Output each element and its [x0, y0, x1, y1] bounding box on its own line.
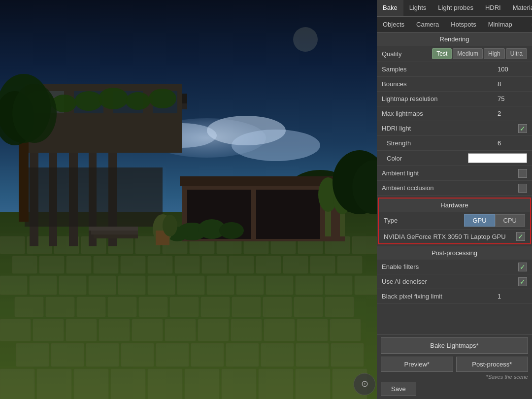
ambient-occlusion-checkbox[interactable] — [518, 184, 527, 193]
ambient-occlusion-row: Ambient occlusion — [377, 181, 532, 196]
enable-filters-checkbox[interactable]: ✓ — [518, 263, 527, 271]
tab-lights[interactable]: Lights — [403, 0, 432, 16]
svg-point-116 — [12, 84, 57, 143]
enable-filters-row: Enable filters ✓ — [377, 260, 532, 274]
saves-note: *Saves the scene — [381, 374, 528, 380]
quality-label: Quality — [382, 50, 432, 58]
strength-row: Strength 6 — [377, 136, 532, 151]
bottom-row-buttons: Preview* Post-process* — [381, 357, 528, 372]
ai-denoiser-label: Use AI denoiser — [382, 278, 518, 285]
hdri-light-row: HDRI light ✓ — [377, 121, 532, 136]
post-processing-header: Post-processing — [377, 246, 532, 260]
svg-point-109 — [75, 91, 102, 111]
samples-label: Samples — [382, 66, 498, 73]
black-pixel-value: 1 — [498, 293, 527, 300]
strength-label: Strength — [387, 139, 498, 147]
max-lightmaps-row: Max lightmaps 2 — [377, 106, 532, 121]
color-swatch[interactable] — [468, 153, 527, 163]
ambient-light-row: Ambient light — [377, 166, 532, 181]
type-buttons: GPU CPU — [464, 214, 525, 227]
svg-point-111 — [126, 92, 150, 110]
preview-button[interactable]: Preview* — [381, 357, 453, 372]
quality-row: Quality Test Medium High Ultra — [377, 46, 532, 62]
gpu-checkbox[interactable]: ✓ — [516, 232, 525, 241]
gpu-name: NVIDIA GeForce RTX 3050 Ti Laptop GPU — [384, 233, 516, 240]
gpu-row: NVIDIA GeForce RTX 3050 Ti Laptop GPU ✓ — [379, 230, 530, 243]
color-label: Color — [387, 155, 468, 162]
bake-lightmaps-button[interactable]: Bake Lightmaps* — [381, 337, 528, 354]
type-label: Type — [384, 217, 464, 224]
tab-light-probes[interactable]: Light probes — [432, 0, 479, 16]
enable-filters-label: Enable filters — [382, 263, 518, 270]
svg-point-112 — [149, 89, 176, 108]
tab-camera[interactable]: Camera — [410, 17, 445, 32]
tab-bake[interactable]: Bake — [377, 0, 403, 16]
tab-objects[interactable]: Objects — [377, 17, 410, 32]
bounces-value: 8 — [498, 80, 527, 88]
quality-ultra-btn[interactable]: Ultra — [506, 48, 527, 59]
ambient-occlusion-label: Ambient occlusion — [382, 184, 518, 192]
samples-row: Samples 100 — [377, 62, 532, 77]
strength-value: 6 — [498, 139, 527, 147]
lightmap-resolution-label: Lightmap resolution — [382, 95, 498, 102]
type-cpu-btn[interactable]: CPU — [495, 214, 525, 227]
panel-content: Rendering Quality Test Medium High Ultra… — [377, 33, 532, 334]
ambient-light-checkbox[interactable] — [518, 169, 527, 178]
ai-denoiser-checkbox[interactable]: ✓ — [518, 277, 527, 286]
hardware-header: Hardware — [379, 199, 530, 212]
lightmap-resolution-row: Lightmap resolution 75 — [377, 92, 532, 106]
bounces-label: Bounces — [382, 80, 498, 88]
bottom-section: Bake Lightmaps* Preview* Post-process* *… — [377, 334, 532, 399]
black-pixel-row: Black pixel fixing limit 1 — [377, 289, 532, 304]
post-process-button[interactable]: Post-process* — [456, 357, 529, 372]
type-row: Type GPU CPU — [379, 212, 530, 230]
quality-test-btn[interactable]: Test — [432, 48, 452, 59]
right-panel: Bake Lights Light probes HDRI Materials … — [377, 0, 532, 399]
rendering-header: Rendering — [377, 33, 532, 46]
svg-rect-105 — [25, 167, 163, 227]
bounces-row: Bounces 8 — [377, 77, 532, 92]
tab-hdri[interactable]: HDRI — [479, 0, 507, 16]
tab-hotspots[interactable]: Hotspots — [445, 17, 482, 32]
samples-value: 100 — [498, 66, 527, 73]
quality-medium-btn[interactable]: Medium — [453, 48, 483, 59]
max-lightmaps-value: 2 — [498, 110, 527, 117]
hdri-light-label: HDRI light — [382, 125, 518, 132]
svg-rect-134 — [94, 234, 138, 238]
svg-text:⊙: ⊙ — [361, 379, 368, 389]
svg-point-123 — [219, 222, 244, 239]
svg-rect-119 — [256, 190, 320, 239]
svg-rect-132 — [89, 227, 138, 231]
tabs-row2: Objects Camera Hotspots Minimap — [377, 17, 532, 33]
black-pixel-label: Black pixel fixing limit — [382, 293, 498, 300]
tabs-row1: Bake Lights Light probes HDRI Materials — [377, 0, 532, 17]
save-button[interactable]: Save — [381, 382, 416, 396]
tab-materials[interactable]: Materials — [507, 0, 532, 16]
color-row: Color — [377, 151, 532, 166]
max-lightmaps-label: Max lightmaps — [382, 110, 498, 117]
svg-point-137 — [293, 27, 318, 52]
hardware-section: Hardware Type GPU CPU NVIDIA GeForce RTX… — [378, 198, 531, 244]
lightmap-resolution-value: 75 — [498, 95, 527, 102]
svg-point-110 — [99, 88, 128, 109]
ai-denoiser-row: Use AI denoiser ✓ — [377, 274, 532, 289]
quality-high-btn[interactable]: High — [484, 48, 505, 59]
quality-buttons: Test Medium High Ultra — [432, 48, 527, 59]
svg-rect-133 — [91, 231, 138, 234]
ambient-light-label: Ambient light — [382, 169, 518, 177]
svg-point-4 — [232, 130, 320, 161]
type-gpu-btn[interactable]: GPU — [464, 214, 495, 227]
tab-minimap[interactable]: Minimap — [482, 17, 518, 32]
svg-point-131 — [163, 215, 177, 236]
hdri-light-checkbox[interactable]: ✓ — [518, 124, 527, 133]
viewport: ⊙ — [0, 0, 377, 399]
